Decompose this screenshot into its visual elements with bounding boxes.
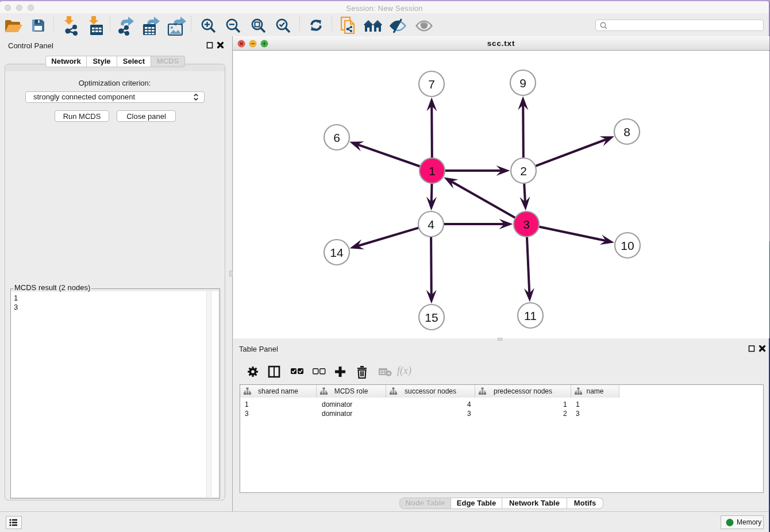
svg-text:6: 6: [333, 131, 340, 144]
svg-text:8: 8: [623, 125, 630, 138]
svg-text:10: 10: [621, 239, 634, 252]
svg-text:15: 15: [425, 311, 438, 324]
svg-text:9: 9: [519, 76, 526, 90]
svg-text:11: 11: [524, 309, 537, 322]
svg-text:7: 7: [428, 78, 435, 91]
svg-text:14: 14: [330, 246, 344, 259]
svg-text:f(x): f(x): [397, 365, 411, 377]
svg-text:4: 4: [428, 218, 434, 231]
svg-text:2: 2: [520, 164, 527, 178]
svg-text:3: 3: [523, 218, 530, 231]
svg-text:1: 1: [429, 164, 436, 178]
